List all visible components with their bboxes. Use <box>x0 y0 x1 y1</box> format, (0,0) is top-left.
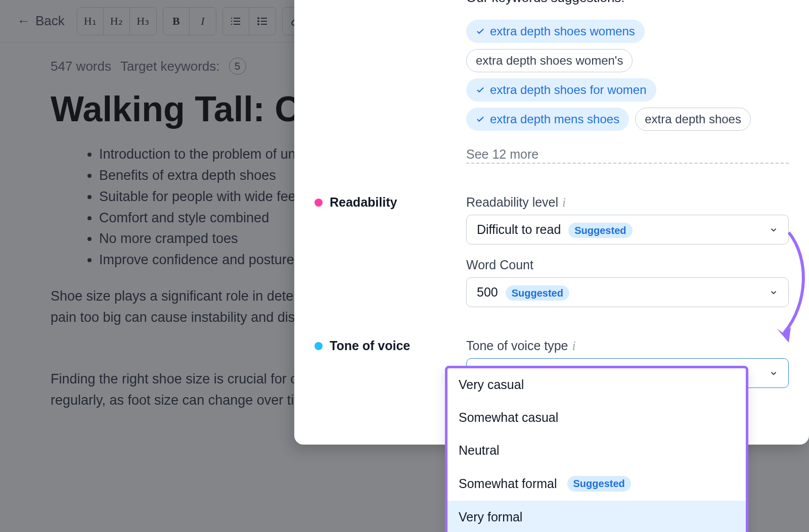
tone-option[interactable]: Very formal <box>447 501 746 532</box>
tone-option[interactable]: Neutral <box>447 434 746 467</box>
tone-option[interactable]: Somewhat formal Suggested <box>447 467 746 501</box>
suggested-badge: Suggested <box>568 223 632 238</box>
keyword-chip[interactable]: extra depth shoes womens <box>466 20 645 43</box>
section-label: Readability <box>314 195 456 210</box>
tone-option[interactable]: Very casual <box>447 368 746 401</box>
keyword-chip[interactable]: extra depth shoes women's <box>466 49 633 72</box>
tone-option[interactable]: Somewhat casual <box>447 401 746 434</box>
see-more-link[interactable]: See 12 more <box>466 147 789 164</box>
check-icon <box>476 115 485 124</box>
keyword-chip-list: extra depth shoes womens extra depth sho… <box>466 20 789 131</box>
chip-label: extra depth shoes for women <box>490 83 647 97</box>
readability-label: Readability <box>330 195 397 210</box>
chip-label: extra depth mens shoes <box>490 112 619 126</box>
chevron-down-icon <box>769 225 778 234</box>
info-icon[interactable]: i <box>572 339 576 353</box>
tone-label: Tone of voice <box>330 338 410 353</box>
select-value: 500 <box>477 285 498 299</box>
chip-label: extra depth shoes <box>645 112 741 126</box>
readability-section: Readability Readability level i Difficul… <box>314 195 789 307</box>
section-label: Tone of voice <box>314 338 456 353</box>
keyword-chip[interactable]: extra depth mens shoes <box>466 108 629 131</box>
check-icon <box>476 27 485 36</box>
suggested-badge: Suggested <box>506 285 569 301</box>
word-count-select[interactable]: 500 Suggested <box>466 277 789 307</box>
chevron-down-icon <box>769 369 778 378</box>
keyword-chip[interactable]: extra depth shoes <box>635 108 751 131</box>
word-count-label: Word Count <box>466 258 789 272</box>
tone-dropdown: Very casual Somewhat casual Neutral Some… <box>445 366 748 532</box>
tone-type-label: Tone of voice type i <box>466 338 789 353</box>
info-icon[interactable]: i <box>562 196 566 210</box>
chevron-down-icon <box>769 288 778 297</box>
keywords-header: Our keywords suggestions: <box>466 0 789 6</box>
keyword-chip[interactable]: extra depth shoes for women <box>466 78 656 102</box>
pink-dot-icon <box>314 199 323 207</box>
suggested-badge: Suggested <box>567 476 631 492</box>
readability-level-label: Readability level i <box>466 195 789 210</box>
readability-level-select[interactable]: Difficult to read Suggested <box>466 215 789 245</box>
cyan-dot-icon <box>314 342 323 350</box>
select-value: Difficult to read <box>477 222 561 236</box>
chip-label: extra depth shoes womens <box>490 24 635 38</box>
chip-label: extra depth shoes women's <box>476 54 623 68</box>
check-icon <box>476 85 485 94</box>
